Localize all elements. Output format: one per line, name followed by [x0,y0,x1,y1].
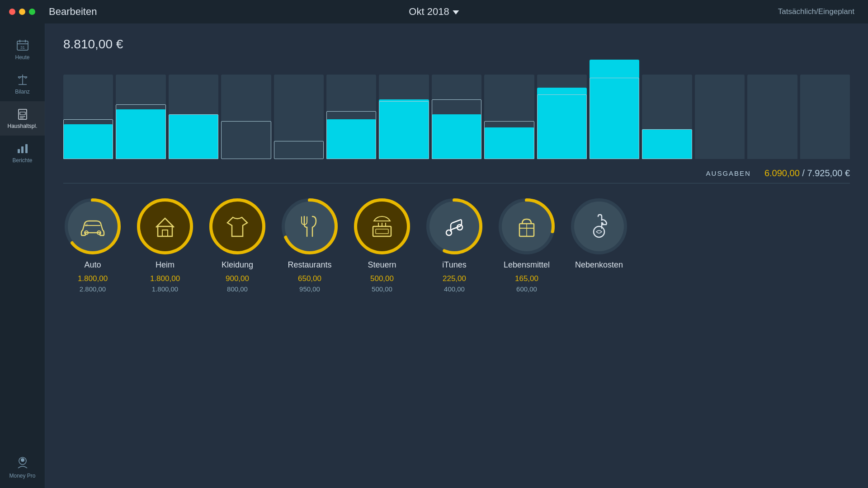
chart-bar-8 [484,60,534,159]
category-budget-kleidung: 800,00 [227,285,248,293]
chart-bar-14 [800,60,850,159]
category-circle-itunes [429,202,479,251]
ausgaben-row: AUSGABEN 6.090,00 / 7.925,00 € [63,168,850,183]
balance-icon [16,73,29,86]
category-item-nebenkosten[interactable]: Nebenkosten [570,197,628,293]
calendar-icon: 31 [16,39,29,52]
category-budget-restaurants: 950,00 [299,285,320,293]
category-budget-steuern: 500,00 [372,285,392,293]
category-grid: Auto1.800,002.800,00Heim1.800,001.800,00… [63,197,850,293]
category-actual-itunes: 225,00 [443,274,466,283]
category-circle-auto [68,202,118,251]
svg-rect-14 [25,144,28,153]
view-mode-label: Tatsächlich/Eingeplant [778,7,854,16]
category-name-heim: Heim [156,260,175,270]
svg-rect-23 [158,226,172,236]
chart-bar-0 [63,60,113,159]
category-item-heim[interactable]: Heim1.800,001.800,00 [136,197,194,293]
category-item-kleidung[interactable]: Kleidung900,00800,00 [208,197,267,293]
sidebar-label-haushaltsplan: Haushaltspl. [7,123,37,129]
chart-bar-9 [537,60,587,159]
category-actual-lebensmittel: 165,00 [515,274,538,283]
category-actual-steuern: 500,00 [370,274,394,283]
category-item-auto[interactable]: Auto1.800,002.800,00 [63,197,122,293]
edit-button[interactable]: Bearbeiten [49,6,97,18]
sidebar: 31 Heute Bilanz [0,23,45,488]
ausgaben-planned: / 7.925,00 € [802,168,850,178]
ausgaben-actual: 6.090,00 [764,168,800,178]
chart-bar-13 [747,60,797,159]
category-actual-heim: 1.800,00 [150,274,180,283]
category-item-steuern[interactable]: Steuern500,00500,00 [353,197,411,293]
svg-rect-32 [376,229,388,234]
steuern-icon [368,213,396,240]
close-button[interactable] [9,9,15,15]
category-circle-heim [140,202,190,251]
sidebar-label-heute: Heute [15,54,29,61]
category-circle-nebenkosten [574,202,624,251]
category-budget-heim: 1.800,00 [152,285,178,293]
chart-bar-3 [221,60,271,159]
month-selector[interactable]: Okt 2018 [409,6,459,18]
category-name-itunes: iTunes [442,260,466,270]
category-name-nebenkosten: Nebenkosten [575,260,623,270]
category-item-lebensmittel[interactable]: Lebensmittel165,00600,00 [497,197,556,293]
minimize-button[interactable] [19,9,25,15]
sidebar-item-haushaltsplan[interactable]: Haushaltspl. [0,101,45,136]
svg-point-16 [21,458,24,462]
ausgaben-label: AUSGABEN [706,169,751,177]
lebensmittel-icon [513,213,540,240]
restaurants-icon [296,213,323,240]
kleidung-icon [224,213,251,240]
sidebar-label-berichte: Berichte [12,157,32,164]
svg-text:31: 31 [20,45,24,50]
category-circle-restaurants [285,202,335,251]
category-budget-itunes: 400,00 [444,285,465,293]
category-budget-auto: 2.800,00 [80,285,106,293]
category-name-auto: Auto [84,260,101,270]
category-item-itunes[interactable]: iTunes225,00400,00 [425,197,484,293]
svg-rect-12 [18,149,20,153]
sidebar-item-berichte[interactable]: Berichte [0,136,45,170]
category-actual-kleidung: 900,00 [226,274,249,283]
nebenkosten-icon [585,213,613,240]
auto-icon [79,213,106,240]
budget-chart [63,60,850,159]
category-budget-lebensmittel: 600,00 [516,285,537,293]
svg-rect-9 [20,112,25,115]
chart-bar-2 [169,60,218,159]
category-actual-restaurants: 650,00 [298,274,321,283]
main-content: 8.810,00 € AUSGABEN 6.090,00 / 7.925,00 … [45,23,868,488]
category-circle-steuern [357,202,407,251]
chart-bar-4 [274,60,324,159]
category-circle-lebensmittel [502,202,552,251]
sidebar-item-bilanz[interactable]: Bilanz [0,67,45,101]
category-name-lebensmittel: Lebensmittel [504,260,550,270]
budget-icon [16,108,29,120]
category-actual-auto: 1.800,00 [78,274,108,283]
chart-bar-7 [432,60,481,159]
chart-bar-6 [379,60,429,159]
category-circle-kleidung [212,202,262,251]
chart-bar-11 [642,60,692,159]
category-name-steuern: Steuern [368,260,396,270]
svg-rect-13 [21,146,24,153]
itunes-icon [441,213,468,240]
sidebar-bottom: Money Pro [0,455,45,488]
svg-rect-24 [162,230,168,236]
app-name-label: Money Pro [9,473,35,479]
category-item-restaurants[interactable]: Restaurants650,00950,00 [280,197,339,293]
category-name-kleidung: Kleidung [222,260,253,270]
sidebar-item-heute[interactable]: 31 Heute [0,33,45,67]
maximize-button[interactable] [29,9,35,15]
ausgaben-values: 6.090,00 / 7.925,00 € [764,168,850,178]
window-controls [9,9,35,15]
title-bar: Bearbeiten Okt 2018 Tatsächlich/Eingepla… [0,0,868,23]
app-logo[interactable]: Money Pro [9,455,35,479]
svg-point-38 [446,230,452,235]
total-amount: 8.810,00 € [63,37,850,52]
chart-icon [16,142,29,155]
chart-bar-10 [590,60,639,159]
chevron-down-icon [453,10,459,14]
heim-icon [151,213,179,240]
